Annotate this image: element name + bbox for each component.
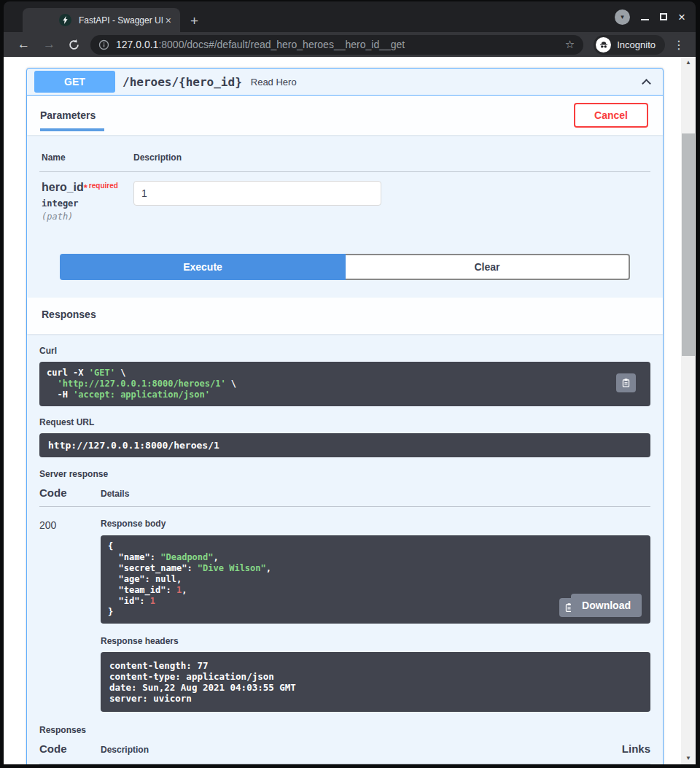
maximize-button[interactable] [660,13,667,20]
param-type: integer [42,198,133,209]
curl-command: curl -X 'GET' \ 'http://127.0.0.1:8000/h… [39,362,650,406]
opblock-get-heroes: GET /heroes/{hero_id} Read Hero Paramete… [26,68,664,764]
site-info-icon[interactable] [98,39,109,50]
tab-strip: FastAPI - Swagger UI × + ▾ × [4,1,696,32]
param-meta: hero_id*required integer (path) [42,181,133,222]
incognito-badge: Incognito [594,35,665,55]
col-code: Code [39,742,101,755]
param-name: hero_id*required [42,181,133,194]
forward-icon[interactable]: → [36,37,62,52]
col-name: Name [42,152,133,163]
col-links: Links [622,742,650,755]
response-body-label: Response body [101,519,650,529]
method-badge: GET [34,71,115,93]
clear-button[interactable]: Clear [346,254,630,280]
back-icon[interactable]: ← [11,37,36,52]
documented-responses-label: Responses [39,725,650,735]
scroll-up-icon[interactable]: ▲ [681,58,696,68]
parameters-table: Name Description hero_id*required intege… [27,135,663,298]
server-response-table-head: Code Details [39,486,650,507]
browser-window: FastAPI - Swagger UI × + ▾ × ← → 127.0.0… [4,1,696,764]
endpoint-path: /heroes/{hero_id} [122,75,242,89]
parameters-table-head: Name Description [39,148,650,172]
col-details: Details [101,489,129,499]
hero-id-input[interactable] [133,181,381,206]
window-controls: ▾ × [615,1,691,32]
browser-tab[interactable]: FastAPI - Swagger UI × [23,8,180,32]
bookmark-star-icon[interactable]: ☆ [564,38,576,51]
required-label: required [89,182,118,190]
responses-header: Responses [27,298,663,334]
request-url-value: http://127.0.0.1:8000/heroes/1 [39,433,650,457]
copy-curl-button[interactable] [616,373,636,392]
incognito-label: Incognito [617,39,656,50]
scroll-down-icon[interactable]: ▼ [681,753,696,764]
url-text: 127.0.0.1:8000/docs#/default/read_hero_h… [116,39,564,50]
request-url-label: Request URL [39,417,650,427]
new-tab-button[interactable]: + [190,14,198,28]
reload-icon[interactable] [62,39,86,51]
col-description: Description [101,745,622,755]
url-path: :8000/docs#/default/read_hero_heroes__he… [158,39,405,50]
server-response-row: 200 Response body { "name": "Deadpond", … [39,507,650,716]
close-button[interactable]: × [678,11,685,23]
collapse-chevron-icon[interactable] [642,79,651,88]
response-details: Response body { "name": "Deadpond", "sec… [101,507,650,716]
scrollbar-thumb[interactable] [682,133,695,356]
execute-wrapper: Execute Clear [39,222,650,280]
cancel-button[interactable]: Cancel [574,103,648,128]
responses-area: Curl curl -X 'GET' \ 'http://127.0.0.1:8… [27,334,663,764]
download-button[interactable]: Download [571,594,642,617]
endpoint-summary: Read Hero [251,77,643,88]
tab-search-icon[interactable]: ▾ [615,9,630,25]
opblock-summary[interactable]: GET /heroes/{hero_id} Read Hero [27,69,663,96]
swagger-page: GET /heroes/{hero_id} Read Hero Paramete… [4,57,696,764]
fastapi-favicon-icon [59,14,71,26]
required-star: * [84,182,88,193]
table-row: hero_id*required integer (path) [39,172,650,222]
responses-title: Responses [42,309,96,320]
col-description: Description [133,152,182,163]
col-code: Code [39,486,101,499]
address-bar[interactable]: 127.0.0.1:8000/docs#/default/read_hero_h… [90,35,583,55]
url-host: 127.0.0.1 [116,39,158,50]
response-headers: content-length: 77content-type: applicat… [101,652,650,712]
page-scrollbar[interactable]: ▲ ▼ [681,57,696,764]
documented-table-head: Code Description Links [39,742,650,764]
server-response-label: Server response [39,469,650,479]
browser-toolbar: ← → 127.0.0.1:8000/docs#/default/read_he… [4,32,696,57]
execute-button[interactable]: Execute [60,254,346,280]
parameters-title: Parameters [40,106,104,131]
tab-close-icon[interactable]: × [163,15,174,26]
browser-menu-icon[interactable]: ⋮ [669,38,688,52]
incognito-icon [596,37,611,53]
tab-title: FastAPI - Swagger UI [79,15,163,26]
curl-label: Curl [39,346,650,356]
parameters-header: Parameters Cancel [27,96,663,135]
param-location: (path) [42,212,133,222]
param-value-cell [133,181,381,222]
response-headers-label: Response headers [101,636,650,646]
status-code: 200 [39,507,101,716]
curl-section: Curl curl -X 'GET' \ 'http://127.0.0.1:8… [39,346,650,406]
response-body: { "name": "Deadpond", "secret_name": "Di… [101,535,650,624]
minimize-button[interactable] [641,19,649,20]
